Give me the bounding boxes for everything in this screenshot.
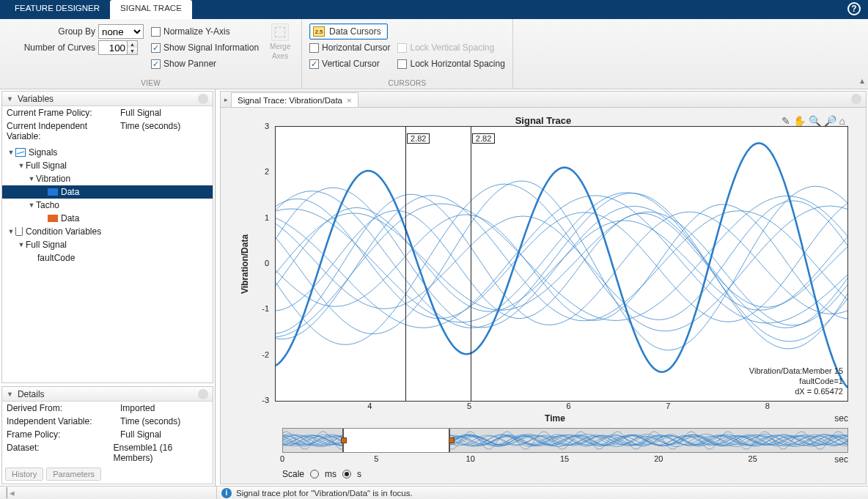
collapse-toolstrip-icon[interactable]: ▴ xyxy=(856,19,868,89)
horizontal-cursor-checkbox[interactable] xyxy=(309,43,319,53)
info-icon: i xyxy=(221,488,232,498)
tree-node-condition-vars[interactable]: ▼Condition Variables xyxy=(2,225,213,238)
toolstrip: Group By none Number of Curves ▲▼ Normal… xyxy=(0,19,868,89)
chevron-right-icon[interactable]: ▸ xyxy=(221,92,231,107)
doc-tab-signal-trace[interactable]: Signal Trace: Vibration/Data× xyxy=(231,92,358,107)
x-axis-label: Time xyxy=(545,413,565,424)
data-cursors-button[interactable]: 2.5Data Cursors xyxy=(309,23,388,40)
lock-horiz-spacing-label: Lock Horizontal Spacing xyxy=(410,59,504,69)
plot-title: Signal Trace xyxy=(238,115,848,126)
num-curves-down[interactable]: ▼ xyxy=(127,48,137,54)
vertical-cursor-checkbox[interactable] xyxy=(309,59,319,69)
condition-icon xyxy=(15,227,23,236)
status-bar: ⎮◂ i Signal trace plot for "Vibration/Da… xyxy=(0,486,868,499)
swatch-icon xyxy=(48,215,58,222)
zoom-out-icon[interactable]: 🔎 xyxy=(824,115,836,127)
cursor-y-value: 2.82 xyxy=(472,133,495,144)
horizontal-cursor-label: Horizontal Cursor xyxy=(322,42,390,53)
vertical-cursor[interactable] xyxy=(405,127,406,401)
variables-gear-icon[interactable] xyxy=(198,94,208,104)
show-signal-info-checkbox[interactable] xyxy=(151,43,161,53)
tree-node-vibration-data[interactable]: Data xyxy=(2,185,213,199)
chart-canvas[interactable]: Vibration/Data:Member 15 faultCode=1 dX … xyxy=(275,126,848,402)
scale-ms-radio[interactable] xyxy=(310,470,319,478)
tree-node-vibration[interactable]: ▼Vibration xyxy=(2,172,213,185)
history-button: History xyxy=(5,467,43,481)
chevron-down-icon[interactable]: ▼ xyxy=(7,391,13,398)
x-axis-unit: sec xyxy=(834,413,848,424)
panner-window[interactable] xyxy=(342,429,451,452)
home-icon[interactable]: ⌂ xyxy=(839,115,845,127)
group-by-select[interactable]: none xyxy=(98,24,144,39)
parameters-button: Parameters xyxy=(46,467,101,481)
current-iv-value: Time (seconds) xyxy=(120,121,180,141)
group-label-view: VIEW xyxy=(7,78,294,87)
lock-vert-spacing-checkbox xyxy=(397,43,407,53)
tree-node-signals[interactable]: ▼Signals xyxy=(2,146,213,159)
tree-node-full-signal-2[interactable]: ▼Full Signal xyxy=(2,238,213,251)
lock-vert-spacing-label: Lock Vertical Spacing xyxy=(410,42,494,53)
merge-axes-button: Merge Axes xyxy=(266,23,294,72)
current-frame-policy-label: Current Frame Policy: xyxy=(7,108,120,118)
merge-axes-icon xyxy=(271,23,289,41)
doc-gear-icon[interactable] xyxy=(851,94,861,104)
current-iv-label: Current Independent Variable: xyxy=(7,121,120,141)
group-by-label: Group By xyxy=(7,26,95,37)
details-gear-icon[interactable] xyxy=(198,389,208,399)
axes-toolbar: ✎ ✋ 🔍 🔎 ⌂ xyxy=(781,115,845,127)
group-label-cursors: CURSORS xyxy=(309,78,505,87)
tree-node-tacho-data[interactable]: Data xyxy=(2,212,213,225)
show-panner-checkbox[interactable] xyxy=(151,59,161,69)
y-axis: -3-2-10123 xyxy=(251,126,272,402)
variables-tree: ▼Signals ▼Full Signal ▼Vibration Data ▼T… xyxy=(2,143,213,267)
cursor-y-value: 2.82 xyxy=(407,133,430,144)
panner-handle-left[interactable] xyxy=(341,437,347,443)
close-icon[interactable]: × xyxy=(347,96,352,105)
lock-horiz-spacing-checkbox[interactable] xyxy=(397,59,407,69)
panner-x-axis: 2520151050 sec xyxy=(282,454,848,466)
tree-node-faultcode[interactable]: faultCode xyxy=(2,251,213,265)
show-signal-info-label: Show Signal Information xyxy=(163,42,259,53)
num-curves-up[interactable]: ▲ xyxy=(127,41,137,48)
scale-selector: Scale ms s xyxy=(282,469,848,479)
vertical-cursor-label: Vertical Cursor xyxy=(322,59,380,69)
vertical-cursor[interactable] xyxy=(471,127,471,401)
num-curves-label: Number of Curves xyxy=(7,42,95,53)
tree-node-tacho[interactable]: ▼Tacho xyxy=(2,199,213,212)
prev-icon[interactable]: ⎮◂ xyxy=(4,487,15,498)
panner[interactable] xyxy=(282,428,848,453)
document-area: ▸ Signal Trace: Vibration/Data× Signal T… xyxy=(220,91,867,484)
panner-unit: sec xyxy=(834,454,848,465)
details-panel: ▼Details Derived From:Imported Independe… xyxy=(1,386,213,484)
normalize-y-label: Normalize Y-Axis xyxy=(163,26,230,37)
scale-s-radio[interactable] xyxy=(342,470,351,478)
help-icon[interactable]: ? xyxy=(847,2,861,15)
normalize-y-checkbox[interactable] xyxy=(151,27,161,37)
tab-signal-trace[interactable]: SIGNAL TRACE xyxy=(110,0,192,19)
signal-icon xyxy=(15,148,26,157)
y-axis-label: Vibration/Data xyxy=(238,126,251,402)
panner-handle-right[interactable] xyxy=(449,437,455,443)
swatch-icon xyxy=(48,188,58,196)
status-text: Signal trace plot for "Vibration/Data" i… xyxy=(236,489,413,498)
data-cursors-icon: 2.5 xyxy=(313,26,325,37)
details-panel-title: Details xyxy=(18,389,198,399)
chevron-down-icon[interactable]: ▼ xyxy=(7,95,13,103)
tree-node-full-signal[interactable]: ▼Full Signal xyxy=(2,159,213,172)
pan-icon[interactable]: ✋ xyxy=(793,115,806,127)
zoom-in-icon[interactable]: 🔍 xyxy=(809,115,821,127)
brush-icon[interactable]: ✎ xyxy=(781,115,790,127)
signal-info-annotation: Vibration/Data:Member 15 faultCode=1 dX … xyxy=(749,366,843,396)
variables-panel: ▼Variables Current Frame Policy:Full Sig… xyxy=(1,91,213,383)
variables-panel-title: Variables xyxy=(18,94,198,104)
current-frame-policy-value: Full Signal xyxy=(120,108,161,118)
x-axis: 87654 Time sec xyxy=(262,402,848,424)
show-panner-label: Show Panner xyxy=(163,59,216,69)
tab-feature-designer[interactable]: FEATURE DESIGNER xyxy=(4,0,110,19)
scale-label: Scale xyxy=(282,469,304,479)
